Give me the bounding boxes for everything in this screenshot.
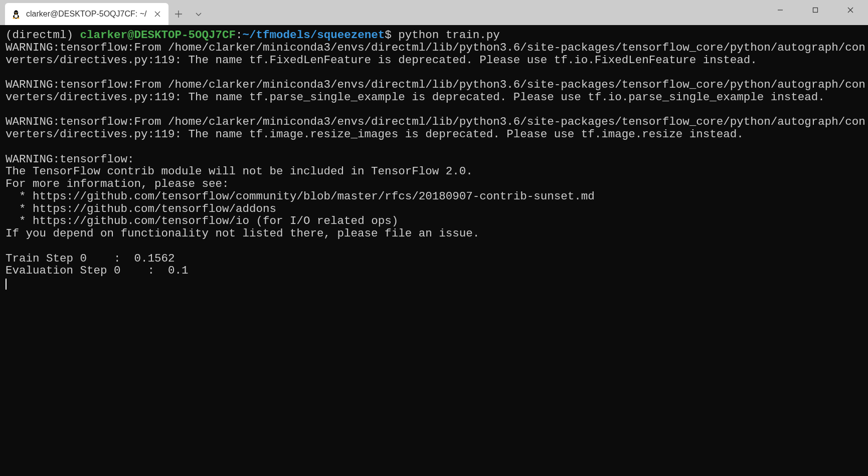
svg-point-8 <box>13 18 15 19</box>
terminal-lines: WARNING:tensorflow:From /home/clarker/mi… <box>6 41 865 278</box>
svg-point-5 <box>15 12 16 13</box>
tab-close-button[interactable] <box>151 8 163 20</box>
svg-point-6 <box>17 12 17 13</box>
prompt-colon: : <box>236 29 243 42</box>
tab-dropdown-button[interactable] <box>189 3 209 25</box>
close-window-button[interactable] <box>833 0 868 20</box>
prompt-env: (directml) <box>6 29 80 42</box>
new-tab-button[interactable] <box>168 3 189 25</box>
tux-icon <box>11 9 21 19</box>
prompt-command: python train.py <box>392 29 500 42</box>
tab-title: clarker@DESKTOP-5OQJ7CF: ~/ <box>26 10 146 19</box>
minimize-button[interactable] <box>763 0 798 20</box>
prompt-userhost: clarker@DESKTOP-5OQJ7CF <box>80 29 236 42</box>
terminal-output[interactable]: (directml) clarker@DESKTOP-5OQJ7CF:~/tfm… <box>0 25 868 476</box>
terminal-tab[interactable]: clarker@DESKTOP-5OQJ7CF: ~/ <box>5 3 168 25</box>
titlebar: clarker@DESKTOP-5OQJ7CF: ~/ <box>0 0 868 25</box>
svg-rect-10 <box>813 8 818 13</box>
prompt-cwd: ~/tfmodels/squeezenet <box>243 29 385 42</box>
window-controls <box>763 0 868 25</box>
svg-point-2 <box>15 15 18 18</box>
cursor <box>6 279 7 290</box>
prompt-dollar: $ <box>385 29 392 42</box>
svg-point-9 <box>17 18 20 19</box>
maximize-button[interactable] <box>798 0 833 20</box>
